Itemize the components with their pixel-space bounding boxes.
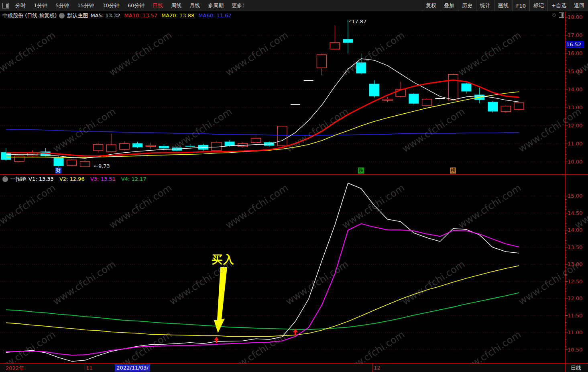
price-axis-label: 14.00: [568, 86, 582, 92]
indicator-value-label: V1: 13.33: [28, 176, 54, 182]
event-marker-badge: 跌: [358, 168, 364, 174]
ma-value-label: MA20: 13.88: [161, 12, 194, 18]
toolbar-button[interactable]: F10: [512, 0, 529, 11]
panel-toggle-icon[interactable]: [2, 3, 9, 8]
year-label: 2022年: [6, 365, 24, 372]
month-label-left: 11: [86, 365, 93, 371]
main-chart-header: 中成股份 (日线.前复权) ˅ 默认主图 MA5: 13.32MA10: 13.…: [2, 12, 232, 18]
time-axis-bar: 2022年 11 2022/11/03/四 12 日线: [0, 364, 588, 372]
period-label: 日线: [571, 364, 581, 372]
sub-chart-header: ˅ 一招绝 V1: 13.33V2: 12.96V3: 13.51V4: 12.…: [2, 176, 146, 182]
indicator-axis-label: 12.00: [568, 295, 582, 301]
month-divider: [372, 364, 373, 372]
crosshair-price-readout: 16.52: [566, 41, 584, 48]
period-tab[interactable]: 日线: [149, 0, 167, 11]
period-tab[interactable]: 周线: [167, 0, 185, 11]
overlay-name[interactable]: 默认主图: [67, 12, 88, 19]
app-window: 分时1分钟5分钟15分钟30分钟60分钟日线周线月线多周期更多〉 复权叠加历史统…: [0, 0, 588, 372]
period-tab[interactable]: 更多〉: [228, 0, 251, 11]
indicator-value-label: V4: 12.17: [121, 176, 146, 182]
crosshair-date-readout: 2022/11/03/四: [115, 364, 150, 372]
toolbar-buttons: 复权叠加历史统计画线F10标记+自选返回: [422, 0, 588, 11]
chart-corner-tools: ◇: [552, 12, 564, 18]
ma-value-label: MA60: 11.62: [198, 12, 231, 18]
indicator-axis-label: 10.50: [568, 347, 582, 353]
period-tab[interactable]: 30分钟: [98, 0, 124, 11]
toolbar-button[interactable]: 历史: [458, 0, 476, 11]
price-axis-label: 12.00: [568, 123, 582, 129]
low-price-label: ←9.73: [94, 163, 110, 169]
toolbar-button[interactable]: 标记: [529, 0, 547, 11]
price-axis-label: 10.00: [568, 159, 582, 165]
period-tab[interactable]: 15分钟: [73, 0, 99, 11]
event-marker-badge: 榜: [450, 168, 456, 174]
layout-icon[interactable]: [559, 12, 564, 18]
buy-annotation-text: 买入: [212, 252, 235, 267]
price-axis-label: 18.00: [568, 14, 582, 20]
high-price-label: 17.87: [352, 18, 366, 25]
price-axis-label: 13.00: [568, 104, 582, 110]
price-axis-label: 15.00: [568, 68, 582, 74]
toolbar-button[interactable]: 叠加: [440, 0, 458, 11]
indicator-value-label: V3: 13.51: [90, 176, 116, 182]
indicator-axis-label: 12.50: [568, 278, 582, 284]
indicator-values: V1: 13.33V2: 12.96V3: 13.51V4: 12.17: [28, 176, 146, 182]
symbol-title: 中成股份 (日线.前复权): [2, 12, 57, 19]
ma-value-label: MA5: 13.32: [90, 12, 120, 18]
axis-corner-divider: [565, 364, 566, 372]
chart-canvas[interactable]: [0, 0, 588, 372]
indicator-axis-label: 11.00: [568, 329, 582, 335]
period-tab[interactable]: 分时: [11, 0, 30, 11]
toolbar-button[interactable]: 返回: [570, 0, 588, 11]
period-tab[interactable]: 60分钟: [124, 0, 149, 11]
period-tabs: 分时1分钟5分钟15分钟30分钟60分钟日线周线月线多周期更多〉: [0, 0, 251, 11]
chevron-down-icon[interactable]: ˅: [2, 176, 8, 182]
chevron-down-icon[interactable]: ˅: [59, 13, 65, 18]
indicator-axis-label: 13.00: [568, 261, 582, 267]
period-tab[interactable]: 1分钟: [30, 0, 51, 11]
toolbar-button[interactable]: 画线: [494, 0, 512, 11]
ma-values: MA5: 13.32MA10: 13.57MA20: 13.88MA60: 11…: [90, 12, 231, 18]
indicator-axis-label: 11.50: [568, 313, 582, 319]
price-axis-label: 16.00: [568, 50, 582, 56]
event-marker-badge: 财: [55, 168, 61, 174]
period-tab[interactable]: 月线: [185, 0, 204, 11]
indicator-name[interactable]: 一招绝: [10, 176, 26, 183]
indicator-axis-label: 15.00: [568, 193, 582, 199]
price-axis-label: 17.00: [568, 32, 582, 38]
indicator-axis-label: 14.50: [568, 210, 582, 216]
toolbar-button[interactable]: 复权: [422, 0, 440, 11]
period-tab[interactable]: 5分钟: [51, 0, 73, 11]
diamond-icon[interactable]: ◇: [552, 12, 556, 18]
month-label-right: 12: [374, 365, 380, 371]
top-toolbar: 分时1分钟5分钟15分钟30分钟60分钟日线周线月线多周期更多〉 复权叠加历史统…: [0, 0, 588, 12]
period-tab[interactable]: 多周期: [204, 0, 228, 11]
ma-value-label: MA10: 13.57: [124, 12, 157, 18]
month-divider: [85, 364, 85, 372]
indicator-axis-label: 13.50: [568, 244, 582, 250]
indicator-axis-label: 14.00: [568, 227, 582, 233]
toolbar-button[interactable]: +自选: [547, 0, 570, 11]
price-axis-label: 11.00: [568, 141, 582, 147]
indicator-value-label: V2: 12.96: [59, 176, 85, 182]
toolbar-button[interactable]: 统计: [476, 0, 494, 11]
